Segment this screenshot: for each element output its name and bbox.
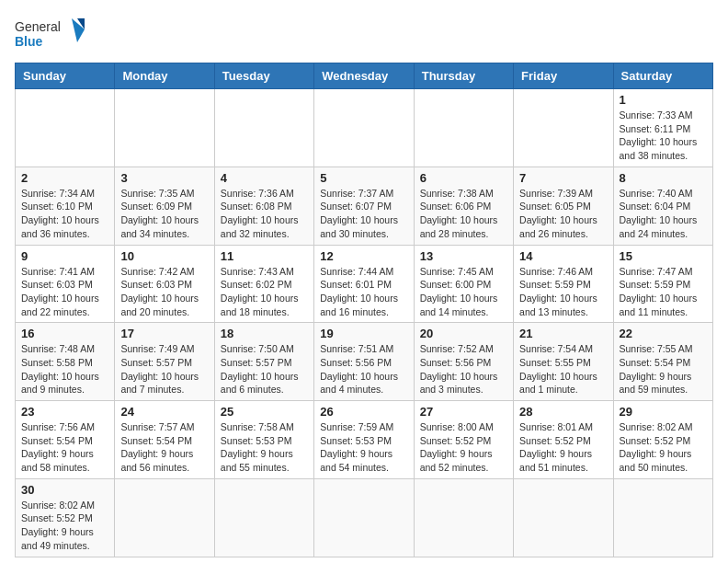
calendar-cell: 7Sunrise: 7:39 AM Sunset: 6:05 PM Daylig… — [514, 167, 613, 245]
calendar-week-row: 1Sunrise: 7:33 AM Sunset: 6:11 PM Daylig… — [16, 89, 713, 167]
day-number: 21 — [519, 327, 607, 340]
calendar-cell — [514, 478, 613, 557]
calendar-cell: 26Sunrise: 7:59 AM Sunset: 5:53 PM Dayli… — [314, 401, 414, 479]
day-number: 7 — [519, 171, 607, 185]
day-number: 14 — [519, 249, 607, 263]
day-number: 22 — [620, 327, 707, 340]
logo-svg: General Blue — [15, 15, 88, 55]
calendar-cell: 19Sunrise: 7:51 AM Sunset: 5:56 PM Dayli… — [314, 323, 414, 401]
day-number: 30 — [21, 483, 108, 497]
day-number: 24 — [120, 405, 208, 419]
calendar-week-row: 9Sunrise: 7:41 AM Sunset: 6:03 PM Daylig… — [16, 245, 713, 323]
day-number: 20 — [420, 327, 507, 340]
day-number: 13 — [420, 249, 507, 263]
day-number: 2 — [21, 171, 108, 185]
day-number: 26 — [320, 405, 407, 419]
day-info: Sunrise: 7:42 AM Sunset: 6:03 PM Dayligh… — [120, 265, 208, 319]
day-number: 27 — [420, 405, 507, 419]
calendar-cell: 11Sunrise: 7:43 AM Sunset: 6:02 PM Dayli… — [214, 245, 313, 323]
calendar-cell — [314, 478, 414, 557]
day-info: Sunrise: 7:33 AM Sunset: 6:11 PM Dayligh… — [620, 109, 707, 163]
svg-text:Blue: Blue — [15, 34, 43, 49]
day-info: Sunrise: 7:57 AM Sunset: 5:54 PM Dayligh… — [120, 420, 208, 475]
day-info: Sunrise: 7:51 AM Sunset: 5:56 PM Dayligh… — [320, 342, 407, 396]
day-info: Sunrise: 7:44 AM Sunset: 6:01 PM Dayligh… — [320, 265, 407, 319]
calendar-cell: 30Sunrise: 8:02 AM Sunset: 5:52 PM Dayli… — [16, 478, 115, 557]
day-number: 18 — [221, 327, 308, 340]
calendar-cell: 24Sunrise: 7:57 AM Sunset: 5:54 PM Dayli… — [115, 401, 214, 479]
day-number: 11 — [221, 249, 308, 263]
day-info: Sunrise: 7:36 AM Sunset: 6:08 PM Dayligh… — [221, 187, 308, 241]
calendar-cell: 17Sunrise: 7:49 AM Sunset: 5:57 PM Dayli… — [115, 323, 214, 401]
day-info: Sunrise: 7:59 AM Sunset: 5:53 PM Dayligh… — [320, 420, 407, 475]
day-number: 10 — [120, 249, 208, 263]
day-number: 8 — [620, 171, 707, 185]
day-info: Sunrise: 8:00 AM Sunset: 5:52 PM Dayligh… — [420, 420, 507, 475]
calendar-week-row: 30Sunrise: 8:02 AM Sunset: 5:52 PM Dayli… — [16, 478, 713, 557]
day-number: 29 — [620, 405, 707, 419]
day-number: 6 — [420, 171, 507, 185]
day-info: Sunrise: 7:35 AM Sunset: 6:09 PM Dayligh… — [120, 187, 208, 241]
calendar-cell — [16, 89, 115, 167]
svg-text:General: General — [15, 19, 61, 34]
day-info: Sunrise: 7:39 AM Sunset: 6:05 PM Dayligh… — [519, 187, 607, 241]
day-info: Sunrise: 7:55 AM Sunset: 5:54 PM Dayligh… — [620, 342, 707, 396]
calendar-cell: 5Sunrise: 7:37 AM Sunset: 6:07 PM Daylig… — [314, 167, 414, 245]
calendar-cell: 13Sunrise: 7:45 AM Sunset: 6:00 PM Dayli… — [414, 245, 513, 323]
day-info: Sunrise: 7:41 AM Sunset: 6:03 PM Dayligh… — [21, 265, 108, 319]
day-number: 23 — [21, 405, 108, 419]
day-info: Sunrise: 8:02 AM Sunset: 5:52 PM Dayligh… — [620, 420, 707, 475]
calendar-cell: 20Sunrise: 7:52 AM Sunset: 5:56 PM Dayli… — [414, 323, 513, 401]
day-info: Sunrise: 7:48 AM Sunset: 5:58 PM Dayligh… — [21, 342, 108, 396]
day-info: Sunrise: 7:43 AM Sunset: 6:02 PM Dayligh… — [221, 265, 308, 319]
calendar-cell: 27Sunrise: 8:00 AM Sunset: 5:52 PM Dayli… — [414, 401, 513, 479]
weekday-header-wednesday: Wednesday — [314, 63, 414, 89]
calendar-cell: 9Sunrise: 7:41 AM Sunset: 6:03 PM Daylig… — [16, 245, 115, 323]
calendar-cell — [514, 89, 613, 167]
calendar-week-row: 16Sunrise: 7:48 AM Sunset: 5:58 PM Dayli… — [16, 323, 713, 401]
calendar-cell — [414, 478, 513, 557]
day-number: 3 — [120, 171, 208, 185]
day-number: 4 — [221, 171, 308, 185]
weekday-header-sunday: Sunday — [16, 63, 115, 89]
day-info: Sunrise: 8:01 AM Sunset: 5:52 PM Dayligh… — [519, 420, 607, 475]
calendar-cell — [115, 478, 214, 557]
calendar-cell — [613, 478, 712, 557]
weekday-header-row: SundayMondayTuesdayWednesdayThursdayFrid… — [16, 63, 713, 89]
day-info: Sunrise: 7:49 AM Sunset: 5:57 PM Dayligh… — [120, 342, 208, 396]
logo: General Blue — [15, 15, 88, 55]
day-number: 5 — [320, 171, 407, 185]
calendar-cell: 8Sunrise: 7:40 AM Sunset: 6:04 PM Daylig… — [613, 167, 712, 245]
calendar-cell: 23Sunrise: 7:56 AM Sunset: 5:54 PM Dayli… — [16, 401, 115, 479]
calendar-cell: 21Sunrise: 7:54 AM Sunset: 5:55 PM Dayli… — [514, 323, 613, 401]
day-info: Sunrise: 7:38 AM Sunset: 6:06 PM Dayligh… — [420, 187, 507, 241]
calendar-cell: 22Sunrise: 7:55 AM Sunset: 5:54 PM Dayli… — [613, 323, 712, 401]
calendar-cell: 12Sunrise: 7:44 AM Sunset: 6:01 PM Dayli… — [314, 245, 414, 323]
day-info: Sunrise: 7:56 AM Sunset: 5:54 PM Dayligh… — [21, 420, 108, 475]
calendar-cell: 25Sunrise: 7:58 AM Sunset: 5:53 PM Dayli… — [214, 401, 313, 479]
day-info: Sunrise: 7:46 AM Sunset: 5:59 PM Dayligh… — [519, 265, 607, 319]
day-info: Sunrise: 7:45 AM Sunset: 6:00 PM Dayligh… — [420, 265, 507, 319]
day-info: Sunrise: 7:50 AM Sunset: 5:57 PM Dayligh… — [221, 342, 308, 396]
weekday-header-saturday: Saturday — [613, 63, 712, 89]
day-number: 17 — [120, 327, 208, 340]
day-info: Sunrise: 8:02 AM Sunset: 5:52 PM Dayligh… — [21, 499, 108, 553]
weekday-header-tuesday: Tuesday — [214, 63, 313, 89]
calendar-cell — [214, 89, 313, 167]
day-info: Sunrise: 7:37 AM Sunset: 6:07 PM Dayligh… — [320, 187, 407, 241]
day-info: Sunrise: 7:47 AM Sunset: 5:59 PM Dayligh… — [620, 265, 707, 319]
day-info: Sunrise: 7:34 AM Sunset: 6:10 PM Dayligh… — [21, 187, 108, 241]
calendar-cell — [414, 89, 513, 167]
calendar-week-row: 2Sunrise: 7:34 AM Sunset: 6:10 PM Daylig… — [16, 167, 713, 245]
calendar-table: SundayMondayTuesdayWednesdayThursdayFrid… — [15, 63, 713, 557]
calendar-cell — [314, 89, 414, 167]
header: General Blue — [15, 15, 713, 55]
day-info: Sunrise: 7:58 AM Sunset: 5:53 PM Dayligh… — [221, 420, 308, 475]
calendar-cell: 15Sunrise: 7:47 AM Sunset: 5:59 PM Dayli… — [613, 245, 712, 323]
calendar-cell — [115, 89, 214, 167]
calendar-cell: 28Sunrise: 8:01 AM Sunset: 5:52 PM Dayli… — [514, 401, 613, 479]
day-info: Sunrise: 7:40 AM Sunset: 6:04 PM Dayligh… — [620, 187, 707, 241]
day-info: Sunrise: 7:52 AM Sunset: 5:56 PM Dayligh… — [420, 342, 507, 396]
weekday-header-friday: Friday — [514, 63, 613, 89]
calendar-cell: 10Sunrise: 7:42 AM Sunset: 6:03 PM Dayli… — [115, 245, 214, 323]
